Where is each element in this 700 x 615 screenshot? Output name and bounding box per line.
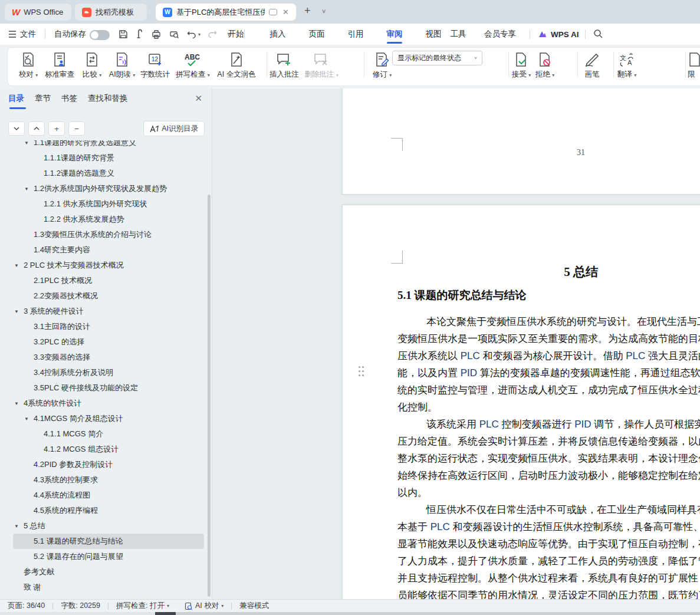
insert-comment-button[interactable]: 插入批注: [264, 50, 305, 83]
toc-expand-arrow-icon[interactable]: ▼: [14, 258, 19, 274]
toc-item[interactable]: 1.3变频恒压供水系统的介绍与讨论: [0, 227, 208, 242]
toc-item[interactable]: 1.2.1 供水系统国内外研究现状: [0, 196, 208, 212]
ai-polish-button[interactable]: AI 全文润色: [211, 50, 262, 83]
toc-item[interactable]: 参考文献: [0, 564, 208, 580]
word-count-button[interactable]: 12 字数统计: [134, 50, 176, 83]
toc-item[interactable]: 4.1.2 MCGS 组态设计: [0, 442, 208, 457]
document-text-line[interactable]: 压供水系统以 PLC 和变频器为核心展开设计。借助 PLC 强大且灵活的: [397, 347, 700, 364]
toc-item[interactable]: 3.2PLC 的选择: [0, 334, 208, 350]
document-text-line[interactable]: 显著节能效果以及快速动态响应等优势。由于实现了恒压自动控制，有: [397, 535, 700, 552]
toc-item[interactable]: ▼1.2供水系统国内外研究现状及发展趋势: [0, 181, 208, 196]
document-text-line[interactable]: 能，以及内置 PID 算法的变频器卓越的变频调速性能，再通过组态软件: [397, 364, 700, 382]
toc-item[interactable]: ▼3 系统的硬件设计: [0, 304, 208, 319]
marking-state-combobox[interactable]: 显示标记的最终状态˅: [392, 51, 482, 65]
tab-chapters[interactable]: 章节: [35, 93, 51, 109]
toc-item[interactable]: 3.4控制系统分析及说明: [0, 365, 208, 380]
toc-item[interactable]: ▼1.1课题的研究背景及选题意义: [0, 140, 208, 150]
toc-item[interactable]: ▼5 总结: [0, 518, 208, 534]
document-text-line[interactable]: 该系统采用 PLC 控制变频器进行 PID 调节，操作人员可根据实际: [397, 416, 700, 433]
enter-focus-icon[interactable]: [269, 9, 277, 15]
document-text-line[interactable]: 了人力成本，提升了供水质量，减轻了工作人员的劳动强度，降低了管: [397, 552, 700, 570]
document-text-line[interactable]: 始终保持在高效运行区间，启动时压力波动极小，能够稳定控制在给定: [397, 467, 700, 484]
document-text-line[interactable]: 统的实时监控与管理，进而达成人机交互，成功完成了恒压供水全过程: [397, 382, 700, 399]
redo-button[interactable]: [208, 29, 218, 40]
tab-wps-home[interactable]: W WPS Office: [5, 4, 71, 21]
tab-docer[interactable]: ❧ 找稻壳模板: [75, 4, 147, 21]
menu-item-member[interactable]: 会员专享: [476, 24, 524, 45]
tab-document[interactable]: W 基于PLC的高层住宅恒压供水 ✕: [156, 4, 296, 21]
ai-proof-status[interactable]: AI 校对 ▾: [177, 601, 231, 611]
toc-item[interactable]: 3.5PLC 硬件接线及功能的设定: [0, 380, 208, 396]
toc-item[interactable]: 4.1.1 MCGS 简介: [0, 426, 208, 442]
menu-item-insert[interactable]: 插入: [261, 24, 294, 45]
document-body[interactable]: 本论文聚焦于变频恒压供水系统的研究与设计。在现代生活与工业变频恒压供水是一项既实…: [397, 313, 700, 599]
spell-check-status[interactable]: 拼写检查: 打开 ▾: [109, 601, 177, 611]
menu-item-start[interactable]: 开始: [219, 24, 252, 45]
collapse-all-button[interactable]: [8, 121, 25, 136]
document-text-line[interactable]: 以内。: [397, 484, 700, 501]
menu-item-reference[interactable]: 引用: [339, 24, 372, 45]
document-text-line[interactable]: 整水泵的运行状态，实现变频恒压供水。实践结果表明，本设计理念使: [397, 450, 700, 467]
menu-item-tools[interactable]: 工具: [442, 24, 475, 45]
menu-item-review[interactable]: 审阅: [378, 24, 411, 45]
toc-scrollbar[interactable]: [208, 195, 211, 597]
toc-expand-arrow-icon[interactable]: ▼: [24, 140, 29, 151]
search-icon[interactable]: [593, 29, 604, 40]
paragraph-drag-handle-icon[interactable]: [359, 366, 366, 378]
wps-ai-button[interactable]: WPS AI: [538, 24, 579, 45]
toc-item[interactable]: ▼4系统的软件设计: [0, 396, 208, 411]
reject-button[interactable]: 拒绝 ▾: [530, 50, 560, 83]
toc-item[interactable]: 1.4研究主要内容: [0, 242, 208, 258]
standard-review-button[interactable]: 标准审查: [39, 50, 80, 83]
pen-button[interactable]: 画笔: [574, 50, 610, 83]
toc-item[interactable]: ▼4.1MCGS 简介及组态设计: [0, 411, 208, 426]
document-text-line[interactable]: 恒压供水不仅在日常生活中不可或缺，在工业生产领域同样具有关: [397, 501, 700, 518]
undo-chevron-icon[interactable]: ▾: [198, 32, 201, 37]
toc-item[interactable]: 致 谢: [0, 580, 208, 595]
zoom-in-toc-button[interactable]: +: [48, 121, 65, 136]
toc-item[interactable]: 1.1.2课题的选题意义: [0, 166, 208, 181]
toc-item[interactable]: 1.1.1课题的研究背景: [0, 150, 208, 166]
close-tab-icon[interactable]: ✕: [282, 8, 289, 17]
toc-expand-arrow-icon[interactable]: ▼: [14, 519, 19, 534]
document-page-32[interactable]: 5 总结 5.1 课题的研究总结与结论 本论文聚焦于变频恒压供水系统的研究与设计…: [342, 205, 700, 599]
toc-item[interactable]: 5.1 课题的研究总结与结论: [13, 534, 204, 549]
toc-item[interactable]: 3.1主回路的设计: [0, 319, 208, 334]
document-text-line[interactable]: 化控制。: [397, 399, 700, 416]
translate-button[interactable]: 文A 翻译 ▾: [609, 50, 645, 83]
toc-item[interactable]: 5.2 课题存在的问题与展望: [0, 549, 208, 564]
document-text-line[interactable]: 本基于 PLC 和变频器设计的生活恒压供水控制系统，具备高可靠性、高: [397, 518, 700, 535]
tab-toc[interactable]: 目录: [8, 93, 24, 109]
export-pdf-icon[interactable]: [134, 29, 145, 40]
restrict-edit-button[interactable]: 限: [688, 50, 700, 83]
toc-expand-arrow-icon[interactable]: ▼: [24, 412, 29, 427]
toc-expand-arrow-icon[interactable]: ▼: [24, 182, 29, 197]
ai-recognize-toc-button[interactable]: AI识别目录: [143, 121, 205, 136]
toc-expand-arrow-icon[interactable]: ▼: [14, 396, 19, 412]
toc-expand-arrow-icon[interactable]: ▼: [14, 304, 19, 320]
toc-item[interactable]: 2.1PLC 技术概况: [0, 273, 208, 288]
expand-all-button[interactable]: [28, 121, 45, 136]
document-text-line[interactable]: 变频恒压供水是一项既实际又至关重要的需求。为达成高效节能的目标: [397, 330, 700, 347]
toc-item[interactable]: 4.5系统的程序编程: [0, 503, 208, 518]
autosave-toggle[interactable]: [90, 30, 110, 40]
save-icon[interactable]: [118, 29, 129, 40]
print-icon[interactable]: [151, 29, 162, 40]
toc-item[interactable]: 1.2.2 供水系统发展趋势: [0, 212, 208, 227]
document-page-31[interactable]: 31: [342, 88, 700, 195]
document-text-line[interactable]: 员能够依据不同季节的用水情况，灵活设定不同的压力范围，既节约了: [397, 587, 700, 599]
menu-item-page[interactable]: 页面: [300, 24, 333, 45]
toc-item[interactable]: 4.2PID 参数及控制设计: [0, 457, 208, 472]
file-menu[interactable]: 文件: [8, 24, 36, 45]
tab-bookmarks[interactable]: 书签: [61, 93, 77, 109]
zoom-out-toc-button[interactable]: −: [68, 121, 85, 136]
undo-button[interactable]: ▾: [186, 29, 203, 40]
document-text-line[interactable]: 并且支持远程控制。从整个供水过程来看，系统具有良好的可扩展性，: [397, 570, 700, 587]
new-tab-button[interactable]: +: [304, 5, 311, 17]
toc-item[interactable]: 4.3系统的控制要求: [0, 472, 208, 488]
delete-comment-button[interactable]: 删除批注 ▾: [301, 50, 342, 83]
toc-item[interactable]: ▼2 PLC 技术与变频器技术概况: [0, 258, 208, 273]
toc-item[interactable]: 4.4系统的流程图: [0, 488, 208, 503]
toc-item[interactable]: 3.3变频器的选择: [0, 350, 208, 365]
tab-list-chevron-icon[interactable]: ˅: [322, 8, 326, 15]
